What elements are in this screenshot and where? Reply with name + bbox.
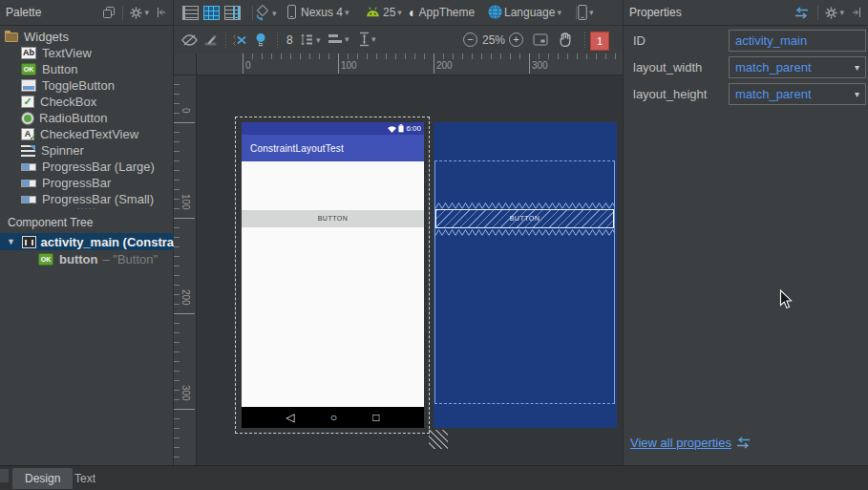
language-selector[interactable]: Language ▾ [488, 5, 561, 19]
properties-swap-button[interactable] [794, 7, 810, 19]
mini-check-icon: ✓ [29, 134, 36, 142]
nav-back-icon: ◁ [286, 411, 295, 424]
device-selector[interactable]: Nexus 4 ▾ [287, 5, 349, 19]
palette-item-checkedtextview[interactable]: A✓ CheckedTextView [0, 126, 173, 142]
widget-label: Button [42, 62, 78, 76]
palette-item-progressbar[interactable]: ProgressBar [0, 175, 173, 191]
blueprint-view[interactable]: BUTTON [434, 122, 617, 428]
design-view-mode-button[interactable] [182, 6, 199, 20]
palette-widget-list: Widgets Ab TextView OK Button ToggleButt… [0, 29, 173, 207]
palette-item-textview[interactable]: Ab TextView [0, 45, 173, 61]
api-selector[interactable]: 25 ▾ [366, 5, 402, 19]
virtual-device-button[interactable]: ▾ [578, 5, 594, 20]
id-input[interactable] [729, 30, 866, 52]
separator [584, 32, 585, 48]
tab-label: Design [25, 472, 60, 485]
language-label: Language [504, 6, 555, 19]
progressbar-icon [21, 196, 36, 203]
both-view-mode-button[interactable] [224, 6, 241, 20]
tree-row-button[interactable]: OK button – "Button" [0, 250, 174, 267]
palette-item-togglebutton[interactable]: ToggleButton [0, 77, 173, 94]
select-value: match_parent [735, 60, 812, 75]
palette-item-progressbar-large[interactable]: ProgressBar (Large) [0, 159, 173, 175]
design-canvas[interactable]: 6:00 ConstraintLayoutTest BUTTON ◁ ○ □ B… [197, 75, 623, 465]
palette-item-button[interactable]: OK Button [0, 61, 173, 77]
separator [817, 6, 818, 20]
chevron-down-icon: ▾ [316, 35, 321, 45]
pencil-icon [203, 33, 218, 47]
ruler-corner [174, 53, 197, 75]
tree-item-value: – "Button" [102, 252, 158, 266]
mouse-cursor [779, 289, 794, 310]
tree-expand-arrow-icon[interactable]: ▼ [7, 237, 22, 246]
palette-copy-button[interactable] [103, 7, 115, 18]
checkbox-icon: ✓ [21, 96, 34, 108]
lightbulb-icon [255, 32, 266, 48]
layout-height-select[interactable]: match_parent ▾ [729, 83, 866, 105]
palette-settings-button[interactable]: ▾ [130, 7, 149, 19]
separator [252, 6, 253, 20]
ruler-ticks [243, 53, 531, 74]
button-widget-preview[interactable]: BUTTON [242, 210, 424, 227]
orientation-button[interactable]: ▾ [254, 5, 277, 21]
properties-hide-button[interactable] [851, 7, 862, 18]
theme-icon: ◐ [409, 5, 416, 20]
zoom-in-button[interactable]: + [509, 32, 523, 47]
infer-constraints-button[interactable] [255, 32, 266, 48]
rotate-device-icon [254, 5, 270, 21]
theme-selector[interactable]: ◐ AppTheme [409, 5, 475, 20]
default-margin-button[interactable]: 8 [286, 33, 293, 47]
palette-item-spinner[interactable]: Spinner [0, 142, 173, 159]
palette-item-radiobutton[interactable]: RadioButton [0, 110, 173, 126]
error-count-badge[interactable]: 1 [590, 32, 609, 51]
tree-item-label: button [59, 252, 97, 266]
property-row-layout-height: layout_height match_parent ▾ [624, 83, 868, 106]
device-screen-preview[interactable]: 6:00 ConstraintLayoutTest BUTTON ◁ ○ □ [242, 122, 424, 428]
properties-settings-button[interactable]: ▾ [825, 7, 844, 19]
chevron-down-icon: ▾ [855, 89, 859, 99]
gear-icon [825, 7, 837, 19]
design-view-icon [182, 6, 199, 20]
chevron-down-icon: ▾ [557, 8, 561, 17]
align-dropdown-button[interactable]: ▾ [328, 32, 349, 46]
autoconnect-button[interactable] [203, 33, 218, 47]
palette-hide-button[interactable] [156, 7, 167, 18]
phone-icon [578, 5, 587, 20]
widget-label: ProgressBar [42, 176, 111, 190]
zoom-to-fit-button[interactable] [533, 33, 548, 46]
view-all-properties: View all properties [630, 436, 752, 450]
view-all-properties-link[interactable]: View all properties [630, 436, 731, 450]
zoom-in-icon: + [509, 32, 523, 47]
tab-text[interactable]: Text [62, 468, 108, 489]
select-value: match_parent [735, 87, 812, 101]
margins-dropdown-button[interactable]: ▾ [300, 32, 321, 47]
separator [277, 32, 278, 48]
property-label: layout_width [633, 60, 702, 75]
clear-constraints-button[interactable] [232, 33, 247, 47]
pack-dropdown-button[interactable]: ▾ [359, 32, 376, 47]
show-constraints-button[interactable] [181, 34, 198, 46]
spinner-icon [21, 145, 35, 157]
palette-item-checkbox[interactable]: ✓ CheckBox [0, 94, 173, 110]
blueprint-view-mode-button[interactable] [203, 6, 220, 20]
zoom-level-value: 25% [482, 33, 505, 47]
palette-category-widgets[interactable]: Widgets [0, 29, 173, 45]
property-row-layout-width: layout_width match_parent ▾ [624, 56, 868, 79]
button-widget-blueprint[interactable]: BUTTON [435, 209, 614, 228]
ruler-label: 100 [341, 60, 357, 71]
ruler-label: 300 [532, 60, 548, 71]
tree-row-activity-main[interactable]: ▼ activity_main (Constra [0, 233, 174, 250]
horizontal-ruler: 0 100 200 300 [174, 53, 623, 75]
layout-width-select[interactable]: match_parent ▾ [729, 56, 866, 78]
pan-button[interactable] [558, 32, 572, 47]
hide-panel-icon [156, 7, 167, 18]
zoom-out-button[interactable]: − [463, 32, 477, 47]
app-title: ConstraintLayoutTest [250, 143, 344, 154]
device-resize-handle[interactable] [429, 430, 448, 449]
chevron-down-icon: ▾ [839, 8, 844, 17]
zoom-to-fit-icon [533, 33, 548, 46]
properties-title: Properties [629, 6, 682, 19]
design-toolbar-secondary: 8 ▾ ▾ ▾ − 25% + 1 [174, 26, 623, 53]
ruler-label: 0 [180, 108, 191, 114]
radiobutton-icon [22, 113, 33, 124]
